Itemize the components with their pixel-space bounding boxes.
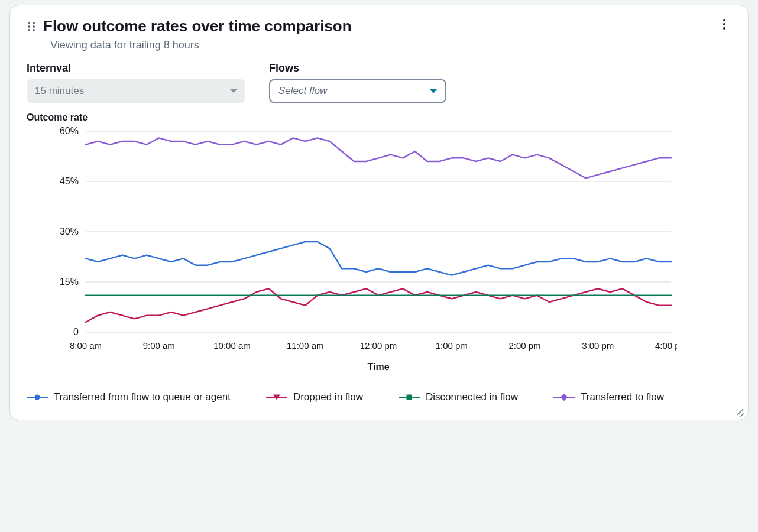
interval-select[interactable]: 15 minutes [27, 79, 245, 103]
flows-field: Flows Select flow [269, 62, 446, 103]
svg-text:12:00 pm: 12:00 pm [360, 340, 397, 351]
legend-item-dropped[interactable]: Dropped in flow [266, 391, 363, 403]
card-header: Flow outcome rates over time comparison [27, 17, 731, 35]
flows-select[interactable]: Select flow [269, 79, 446, 103]
chevron-down-icon [430, 89, 437, 93]
svg-text:Time: Time [367, 362, 389, 372]
svg-point-5 [33, 29, 35, 31]
line-chart: 015%30%45%60%8:00 am9:00 am10:00 am11:00… [27, 125, 677, 374]
svg-text:4:00 pm: 4:00 pm [655, 340, 677, 351]
chart-canvas: 015%30%45%60%8:00 am9:00 am10:00 am11:00… [27, 125, 677, 374]
svg-text:10:00 am: 10:00 am [213, 340, 251, 351]
resize-handle-icon[interactable] [733, 406, 743, 416]
svg-point-2 [28, 25, 30, 28]
svg-text:15%: 15% [60, 277, 79, 287]
svg-point-1 [33, 22, 35, 24]
legend-item-transferred-flow[interactable]: Transferred to flow [553, 391, 664, 403]
svg-text:2:00 pm: 2:00 pm [508, 340, 540, 351]
svg-point-8 [723, 27, 725, 30]
svg-point-7 [723, 23, 725, 25]
svg-point-3 [33, 25, 35, 28]
legend-label: Dropped in flow [293, 391, 363, 403]
svg-text:60%: 60% [60, 126, 79, 136]
flows-placeholder: Select flow [278, 85, 327, 97]
drag-handle-icon[interactable] [27, 20, 36, 33]
svg-text:30%: 30% [60, 226, 79, 236]
svg-point-6 [723, 19, 725, 21]
legend-label: Transferred from flow to queue or agent [54, 391, 231, 403]
legend-label: Transferred to flow [581, 391, 664, 403]
interval-field: Internval 15 minutes [27, 62, 245, 103]
chart-card: Flow outcome rates over time comparison … [9, 5, 749, 420]
interval-label: Internval [27, 62, 245, 74]
chevron-down-icon [230, 89, 237, 93]
flows-label: Flows [269, 62, 446, 74]
card-title: Flow outcome rates over time comparison [43, 17, 352, 35]
interval-value: 15 minutes [35, 85, 84, 97]
svg-text:8:00 am: 8:00 am [70, 340, 102, 351]
svg-text:11:00 am: 11:00 am [287, 340, 324, 351]
svg-text:1:00 pm: 1:00 pm [436, 340, 468, 351]
legend-label: Disconnected in flow [426, 391, 518, 403]
chart-legend: Transferred from flow to queue or agent … [27, 391, 731, 403]
filter-row: Internval 15 minutes Flows Select flow [27, 62, 731, 103]
svg-text:3:00 pm: 3:00 pm [582, 340, 614, 351]
svg-text:45%: 45% [60, 176, 79, 186]
y-axis-title: Outcome rate [27, 112, 731, 123]
svg-point-0 [28, 22, 30, 24]
svg-point-4 [28, 29, 30, 31]
svg-text:0: 0 [73, 327, 79, 337]
card-subtitle: Viewing data for trailing 8 hours [50, 39, 731, 51]
legend-item-disconnected[interactable]: Disconnected in flow [399, 391, 518, 403]
legend-item-transferred-queue[interactable]: Transferred from flow to queue or agent [27, 391, 231, 403]
svg-text:9:00 am: 9:00 am [143, 340, 175, 351]
card-actions-menu[interactable] [717, 17, 731, 31]
